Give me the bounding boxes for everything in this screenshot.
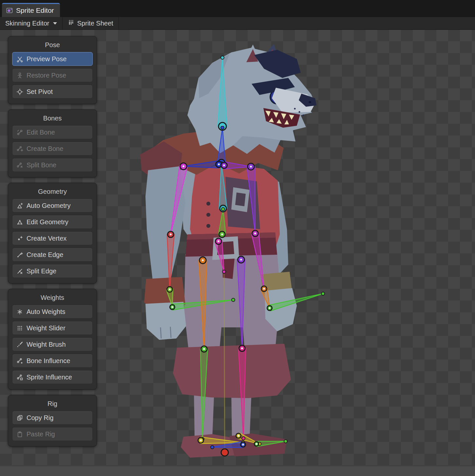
mode-dropdown[interactable]: Skinning Editor — [0, 17, 62, 29]
button-label: Create Vertex — [27, 235, 66, 242]
paste-rig-icon — [16, 430, 24, 438]
tab-title: Sprite Editor — [16, 7, 54, 14]
button-label: Create Bone — [27, 145, 63, 153]
button-label: Create Edge — [27, 251, 63, 259]
copy-rig-button[interactable]: Copy Rig — [12, 411, 93, 425]
chevron-down-icon — [53, 22, 57, 25]
preview-pose-button[interactable]: Preview Pose — [12, 52, 93, 66]
sprite-sheet-icon — [68, 19, 74, 27]
split-edge-icon — [16, 267, 24, 275]
mode-dropdown-label: Skinning Editor — [5, 20, 49, 27]
bone-influence-button[interactable]: Bone Influence — [12, 354, 93, 368]
split-bone-icon — [16, 161, 24, 169]
weight-brush-icon — [16, 340, 24, 348]
paste-rig-button[interactable]: Paste Rig — [12, 427, 93, 441]
set-pivot-button[interactable]: Set Pivot — [12, 85, 93, 99]
panel-title: Pose — [12, 40, 93, 49]
button-label: Sprite Influence — [27, 374, 72, 381]
editor-toolbar: Skinning Editor Sprite Sheet — [0, 17, 475, 30]
button-label: Weight Slider — [27, 324, 66, 332]
canvas-bottom-strip — [0, 466, 475, 476]
bone-influence-icon — [16, 357, 24, 365]
panel-title: Weights — [12, 293, 93, 302]
button-label: Split Edge — [27, 267, 56, 275]
sprite-influence-icon — [16, 373, 24, 381]
auto-geometry-icon — [16, 202, 24, 210]
panel-rig: Rig Copy Rig Paste Rig — [8, 395, 97, 447]
sprite-editor-window: Sprite Editor Skinning Editor Sprite She… — [0, 0, 475, 476]
button-label: Edit Bone — [27, 129, 55, 136]
weight-slider-button[interactable]: Weight Slider — [12, 321, 93, 335]
button-label: Auto Geometry — [27, 202, 71, 210]
edit-geometry-button[interactable]: Edit Geometry — [12, 215, 93, 229]
button-label: Copy Rig — [27, 414, 53, 422]
restore-pose-icon — [16, 71, 24, 79]
button-label: Bone Influence — [27, 357, 70, 365]
sprite-influence-button[interactable]: Sprite Influence — [12, 370, 93, 384]
tab-sprite-editor[interactable]: Sprite Editor — [2, 3, 60, 17]
auto-geometry-button[interactable]: Auto Geometry — [12, 199, 93, 212]
button-label: Edit Geometry — [27, 218, 68, 226]
button-label: Restore Pose — [27, 72, 66, 79]
split-bone-button[interactable]: Split Bone — [12, 158, 93, 172]
panel-title: Bones — [12, 114, 93, 123]
set-pivot-icon — [16, 88, 24, 96]
create-vertex-icon — [16, 234, 24, 242]
create-edge-button[interactable]: Create Edge — [12, 248, 93, 262]
panel-title: Rig — [12, 399, 93, 408]
button-label: Preview Pose — [27, 55, 66, 63]
button-label: Auto Weights — [27, 308, 66, 316]
panel-weights: Weights Auto Weights Weight Slider Weigh… — [8, 289, 97, 390]
edit-geometry-icon — [16, 218, 24, 226]
sprite-sheet-button[interactable]: Sprite Sheet — [63, 17, 119, 29]
restore-pose-button[interactable]: Restore Pose — [12, 68, 93, 82]
auto-weights-icon — [16, 308, 24, 316]
panel-bones: Bones Edit Bone Create Bone Split Bone — [8, 109, 97, 177]
window-tab-bar: Sprite Editor — [0, 0, 475, 17]
panel-title: Geometry — [12, 187, 93, 196]
edit-bone-button[interactable]: Edit Bone — [12, 125, 93, 139]
weight-slider-icon — [16, 324, 24, 332]
button-label: Split Bone — [27, 161, 56, 169]
button-label: Set Pivot — [27, 88, 53, 96]
create-vertex-button[interactable]: Create Vertex — [12, 231, 93, 245]
tool-panel-column: Pose Preview Pose Restore Pose Set Pivot… — [8, 36, 97, 452]
split-edge-button[interactable]: Split Edge — [12, 264, 93, 278]
create-edge-icon — [16, 251, 24, 259]
panel-pose: Pose Preview Pose Restore Pose Set Pivot — [8, 36, 97, 104]
weight-brush-button[interactable]: Weight Brush — [12, 338, 93, 351]
toolbar-separator — [119, 17, 119, 29]
button-label: Paste Rig — [27, 430, 55, 438]
edit-bone-icon — [16, 128, 24, 136]
button-label: Weight Brush — [27, 341, 66, 348]
sprite-sheet-label: Sprite Sheet — [77, 20, 113, 27]
panel-geometry: Geometry Auto Geometry Edit Geometry Cre… — [8, 183, 97, 284]
copy-rig-icon — [16, 414, 24, 422]
create-bone-icon — [16, 145, 24, 153]
sprite-editor-icon — [6, 7, 13, 14]
auto-weights-button[interactable]: Auto Weights — [12, 305, 93, 319]
create-bone-button[interactable]: Create Bone — [12, 142, 93, 156]
preview-pose-icon — [16, 55, 24, 63]
